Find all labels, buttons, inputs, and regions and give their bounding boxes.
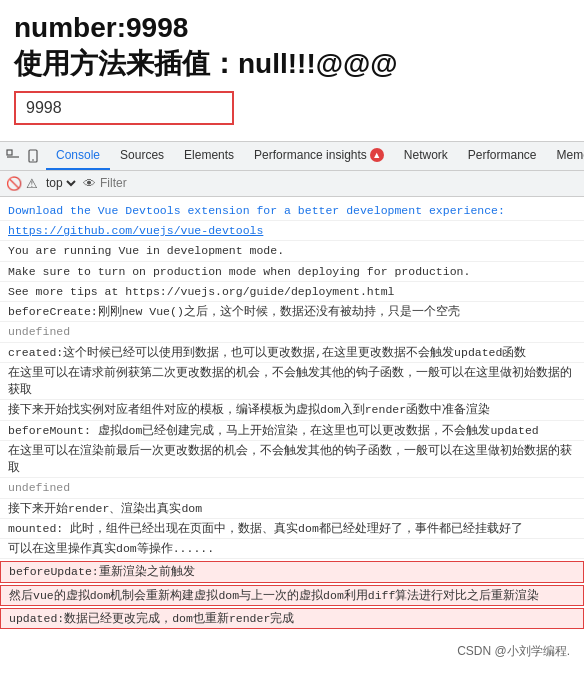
console-link[interactable]: https://github.com/vuejs/vue-devtools <box>8 224 263 237</box>
console-line: 在这里可以在请求前例获第二次更改数据的机会，不会触发其他的钩子函数，一般可以在这… <box>0 363 584 401</box>
tab-sources[interactable]: Sources <box>110 142 174 170</box>
console-line: undefined <box>0 322 584 342</box>
tab-performance-insights[interactable]: Performance insights ▲ <box>244 142 394 170</box>
svg-rect-0 <box>7 150 12 155</box>
console-line: 可以在这里操作真实dom等操作...... <box>0 539 584 559</box>
console-line: See more tips at https://vuejs.org/guide… <box>0 282 584 302</box>
console-line: You are running Vue in development mode. <box>0 241 584 261</box>
console-line: Download the Vue Devtools extension for … <box>0 201 584 221</box>
device-icon[interactable] <box>24 147 42 165</box>
console-line: beforeUpdate:重新渲染之前触发 <box>0 561 584 582</box>
watermark: CSDN @小刘学编程. <box>0 635 584 664</box>
console-line: https://github.com/vuejs/vue-devtools <box>0 221 584 241</box>
console-line: created:这个时候已经可以使用到数据，也可以更改数据,在这里更改数据不会触… <box>0 343 584 363</box>
tab-console[interactable]: Console <box>46 142 110 170</box>
tab-elements[interactable]: Elements <box>174 142 244 170</box>
console-line: beforeCreate:刚刚new Vue()之后，这个时候，数据还没有被劫持… <box>0 302 584 322</box>
console-line: 接下来开始找实例对应者组件对应的模板，编译模板为虚拟dom入到render函数中… <box>0 400 584 420</box>
console-line: Make sure to turn on production mode whe… <box>0 262 584 282</box>
console-output: Download the Vue Devtools extension for … <box>0 197 584 635</box>
devtools-bar: Console Sources Elements Performance ins… <box>0 141 584 171</box>
inspect-icon[interactable] <box>4 147 22 165</box>
devtools-tabs: Console Sources Elements Performance ins… <box>46 142 584 170</box>
number-input[interactable] <box>14 91 234 125</box>
console-line: beforeMount: 虚拟dom已经创建完成，马上开始渲染，在这里也可以更改… <box>0 421 584 441</box>
console-line: 接下来开始render、渲染出真实dom <box>0 499 584 519</box>
tab-network[interactable]: Network <box>394 142 458 170</box>
level-select[interactable]: top all <box>42 175 79 191</box>
console-line: 然后vue的虚拟dom机制会重新构建虚拟dom与上一次的虚拟dom利用diff算… <box>0 585 584 606</box>
console-line: 在这里可以在渲染前最后一次更改数据的机会，不会触发其他的钩子函数，一般可以在这里… <box>0 441 584 479</box>
page-content: number:9998 使用方法来插值：null!!!@@@ <box>0 0 584 131</box>
tab-performance[interactable]: Performance <box>458 142 547 170</box>
tab-memory[interactable]: Memory <box>547 142 584 170</box>
filter-bar: 🚫 ⚠ top all 👁 <box>0 171 584 197</box>
warning-icon: ⚠ <box>26 176 38 191</box>
filter-input[interactable] <box>100 176 578 190</box>
performance-insights-badge: ▲ <box>370 148 384 162</box>
title-method: 使用方法来插值：null!!!@@@ <box>14 46 570 82</box>
console-line: undefined <box>0 478 584 498</box>
error-icon: 🚫 <box>6 176 22 191</box>
console-line: updated:数据已经更改完成，dom也重新render完成 <box>0 608 584 629</box>
eye-icon: 👁 <box>83 176 96 191</box>
console-line: mounted: 此时，组件已经出现在页面中，数据、真实dom都已经处理好了，事… <box>0 519 584 539</box>
devtools-icon-group <box>4 147 42 165</box>
title-number: number:9998 <box>14 10 570 46</box>
